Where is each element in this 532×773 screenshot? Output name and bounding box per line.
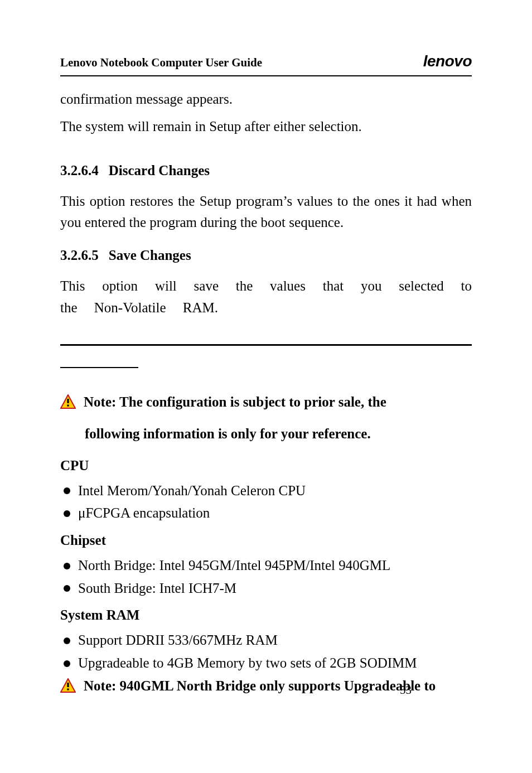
- note-config-line1: Note: The configuration is subject to pr…: [84, 392, 386, 413]
- note-config-line2: following information is only for your r…: [85, 423, 472, 445]
- page-number: 53: [400, 681, 412, 699]
- list-item: Upgradeable to 4GB Memory by two sets of…: [60, 653, 472, 674]
- short-rule: [60, 367, 138, 368]
- heading-text: Discard Changes: [109, 163, 210, 178]
- list-item: Intel Merom/Yonah/Yonah Celeron CPU: [60, 480, 472, 502]
- note-940gml-text: Note: 940GML North Bridge only supports …: [84, 675, 436, 697]
- save-changes-body: This option will save the values that yo…: [60, 276, 472, 319]
- warning-icon: [60, 394, 76, 416]
- spec-head-cpu: CPU: [60, 455, 472, 477]
- heading-text: Save Changes: [109, 248, 191, 263]
- heading-discard-changes: 3.2.6.4Discard Changes: [60, 160, 472, 182]
- svg-rect-5: [67, 688, 69, 690]
- ram-list: Support DDRII 533/667MHz RAM Upgradeable…: [60, 630, 472, 674]
- heading-number: 3.2.6.5: [60, 245, 99, 267]
- spec-head-ram: System RAM: [60, 605, 472, 626]
- running-header: Lenovo Notebook Computer User Guide leno…: [60, 49, 472, 76]
- list-item: South Bridge: Intel ICH7‑M: [60, 578, 472, 600]
- heading-number: 3.2.6.4: [60, 160, 99, 182]
- svg-rect-4: [67, 683, 69, 687]
- svg-rect-1: [67, 399, 69, 403]
- spec-head-chipset: Chipset: [60, 530, 472, 552]
- cpu-list: Intel Merom/Yonah/Yonah Celeron CPU μFCP…: [60, 480, 472, 525]
- list-item: μFCPGA encapsulation: [60, 503, 472, 524]
- list-item: Support DDRII 533/667MHz RAM: [60, 630, 472, 651]
- horizontal-rule: [60, 344, 472, 346]
- brand-logo: lenovo: [423, 49, 472, 73]
- intro-line-2: The system will remain in Setup after ei…: [60, 116, 472, 138]
- warning-icon: [60, 678, 76, 699]
- heading-save-changes: 3.2.6.5Save Changes: [60, 245, 472, 267]
- doc-title: Lenovo Notebook Computer User Guide: [60, 54, 262, 72]
- chipset-list: North Bridge: Intel 945GM/Intel 945PM/In…: [60, 555, 472, 600]
- discard-changes-body: This option restores the Setup program’s…: [60, 191, 472, 234]
- note-config: Note: The configuration is subject to pr…: [60, 392, 472, 416]
- list-item: North Bridge: Intel 945GM/Intel 945PM/In…: [60, 555, 472, 577]
- svg-rect-2: [67, 405, 69, 407]
- intro-line-1: confirmation message appears.: [60, 89, 472, 110]
